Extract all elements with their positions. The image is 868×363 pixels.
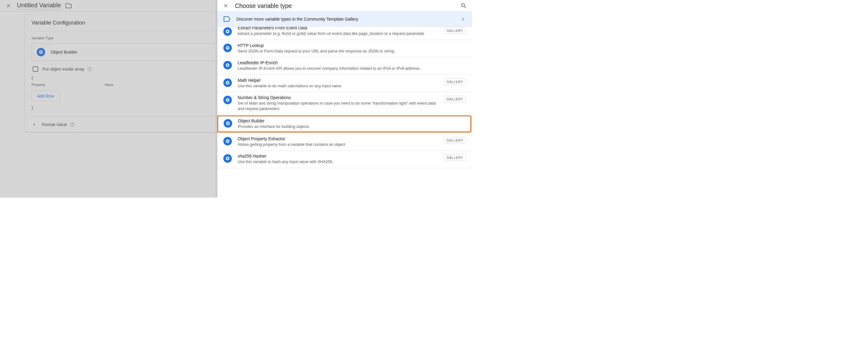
list-item[interactable]: sha256 HasherUse this variable to hash a… — [217, 151, 472, 168]
type-title: sha256 Hasher — [238, 154, 441, 159]
type-desc: Set of Math and string manipulation oper… — [238, 101, 441, 111]
list-item[interactable]: Object Property ExtractorAllows getting … — [217, 133, 472, 151]
type-desc: Provides an interface for building objec… — [238, 124, 465, 129]
gear-icon — [223, 61, 232, 69]
chevron-right-icon — [460, 16, 466, 22]
choose-type-drawer: Choose variable type Discover more varia… — [217, 0, 472, 198]
type-desc: extract a parameter (e.g. fbclid or gcli… — [238, 31, 441, 36]
list-item[interactable]: HTTP LookupSend JSON or Form-Data reques… — [217, 40, 472, 58]
gear-icon — [223, 96, 232, 104]
type-desc: Allows getting property from a variable … — [238, 142, 441, 147]
type-desc: Use this variable to do math calculation… — [238, 83, 441, 89]
close-icon[interactable] — [222, 2, 229, 9]
banner-text: Discover more variable types in the Comm… — [237, 16, 460, 22]
gear-icon — [223, 137, 232, 145]
gear-icon — [223, 27, 232, 36]
community-gallery-banner[interactable]: Discover more variable types in the Comm… — [217, 11, 472, 27]
gear-icon — [223, 78, 232, 87]
gallery-badge: GALLERY — [444, 78, 466, 85]
type-title: Extract Parameters From Event Data — [238, 27, 441, 30]
gallery-badge: GALLERY — [444, 137, 466, 144]
gallery-badge: GALLERY — [444, 154, 466, 161]
type-desc: Use this variable to hash any input valu… — [238, 159, 441, 165]
type-title: Leadfeeder IP-Enrich — [238, 60, 466, 65]
type-title: HTTP Lookup — [238, 43, 466, 48]
list-item[interactable]: Number & String OperationsSet of Math an… — [217, 92, 472, 115]
drawer-header: Choose variable type — [217, 0, 472, 11]
type-desc: Leadfeeder IP-Enrich API allows you to u… — [238, 66, 466, 71]
gear-icon — [223, 154, 232, 163]
type-title: Number & String Operations — [238, 95, 441, 100]
gallery-badge: GALLERY — [444, 27, 466, 34]
type-desc: Send JSON or Form-Data request to your U… — [238, 48, 466, 54]
gear-icon — [223, 44, 232, 52]
list-item[interactable]: Math HelperUse this variable to do math … — [217, 75, 472, 92]
list-item[interactable]: Extract Parameters From Event Dataextrac… — [217, 27, 472, 40]
tag-icon — [223, 16, 230, 22]
type-title: Object Builder — [238, 119, 465, 123]
list-item-highlighted[interactable]: Object BuilderProvides an interface for … — [217, 116, 471, 132]
gear-icon — [224, 119, 232, 128]
drawer-title: Choose variable type — [235, 2, 460, 9]
type-title: Math Helper — [238, 78, 441, 83]
list-item[interactable]: Leadfeeder IP-EnrichLeadfeeder IP-Enrich… — [217, 57, 472, 75]
search-icon[interactable] — [460, 2, 467, 9]
type-title: Object Property Extractor — [238, 136, 441, 141]
variable-type-list[interactable]: Extract Parameters From Event Dataextrac… — [217, 27, 472, 198]
gallery-badge: GALLERY — [444, 96, 466, 102]
